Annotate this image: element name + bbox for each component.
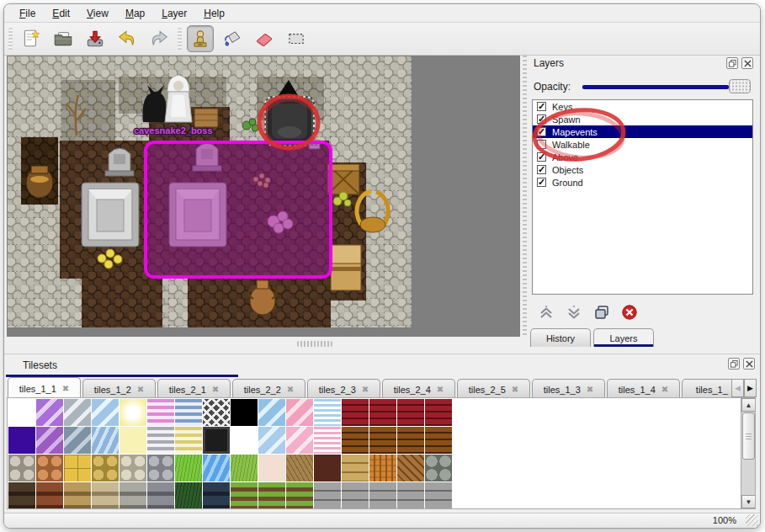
palette-tile-r0-c4[interactable] bbox=[120, 399, 146, 426]
palette-tile-r1-c5[interactable] bbox=[147, 427, 174, 454]
layer-row-walkable[interactable]: Walkable bbox=[533, 138, 752, 151]
menu-map[interactable]: Map bbox=[117, 6, 153, 21]
eraser-tool-button[interactable] bbox=[251, 25, 278, 52]
palette-tile-r1-c11[interactable] bbox=[314, 427, 341, 454]
open-button[interactable] bbox=[50, 25, 77, 52]
dock-tab-layers[interactable]: Layers bbox=[593, 328, 654, 347]
scroll-down-button[interactable]: ▼ bbox=[741, 495, 756, 508]
vertical-splitter[interactable] bbox=[523, 56, 527, 337]
palette-tile-r2-c0[interactable] bbox=[8, 455, 35, 481]
stamp-tool-button[interactable] bbox=[187, 25, 214, 52]
close-tab-icon[interactable]: ✖ bbox=[362, 385, 369, 394]
tileset-tab-tiles_1_2[interactable]: tiles_1_2✖ bbox=[82, 379, 156, 397]
palette-tile-r0-c12[interactable] bbox=[342, 399, 369, 426]
palette-tile-r1-c2[interactable] bbox=[64, 427, 91, 454]
tileset-tab-tiles_2_1[interactable]: tiles_2_1✖ bbox=[157, 379, 231, 397]
palette-tile-r3-c10[interactable] bbox=[286, 482, 313, 509]
toolbar-grip[interactable] bbox=[8, 28, 13, 50]
layer-row-mapevents[interactable]: ✓Mapevents bbox=[533, 125, 752, 138]
palette-tile-r0-c1[interactable] bbox=[36, 399, 63, 426]
palette-tile-r3-c3[interactable] bbox=[92, 482, 119, 509]
horizontal-splitter[interactable] bbox=[297, 341, 332, 347]
palette-tile-r3-c12[interactable] bbox=[342, 482, 369, 509]
palette-tile-r0-c13[interactable] bbox=[369, 399, 396, 426]
palette-tile-r2-c8[interactable] bbox=[231, 455, 258, 481]
close-tab-icon[interactable]: ✖ bbox=[661, 385, 668, 394]
close-tab-icon[interactable]: ✖ bbox=[512, 385, 518, 394]
close-tilesets-button[interactable] bbox=[743, 358, 755, 370]
toolbar-grip-2[interactable] bbox=[178, 28, 182, 50]
palette-tile-r3-c6[interactable] bbox=[175, 482, 202, 509]
palette-tile-r0-c8[interactable] bbox=[231, 399, 258, 426]
close-panel-button[interactable] bbox=[741, 57, 753, 69]
palette-tile-r3-c7[interactable] bbox=[203, 482, 230, 509]
palette-tile-r1-c6[interactable] bbox=[175, 427, 202, 454]
menu-layer[interactable]: Layer bbox=[153, 6, 195, 21]
close-tab-icon[interactable]: ✖ bbox=[62, 384, 69, 393]
layer-row-keys[interactable]: ✓Keys bbox=[533, 100, 752, 113]
layer-row-spawn[interactable]: ✓Spawn bbox=[533, 113, 752, 125]
palette-tile-r1-c10[interactable] bbox=[286, 427, 313, 454]
menu-help[interactable]: Help bbox=[195, 6, 233, 21]
palette-tile-r0-c7[interactable] bbox=[203, 399, 230, 426]
palette-tile-r0-c6[interactable] bbox=[175, 399, 202, 426]
palette-tile-r1-c0[interactable] bbox=[8, 427, 35, 454]
duplicate-layer-button[interactable] bbox=[592, 303, 611, 322]
palette-tile-r3-c9[interactable] bbox=[258, 482, 285, 509]
palette-scrollbar[interactable]: ▲ ▼ bbox=[741, 398, 755, 508]
undo-button[interactable] bbox=[114, 25, 141, 52]
palette-tile-r0-c10[interactable] bbox=[286, 399, 313, 426]
delete-layer-button[interactable] bbox=[620, 303, 639, 322]
layer-checkbox[interactable] bbox=[537, 140, 546, 149]
scroll-tabs-right-button[interactable]: ▶ bbox=[744, 379, 757, 397]
tileset-tab-tiles_2_2[interactable]: tiles_2_2✖ bbox=[232, 379, 305, 397]
palette-tile-r2-c14[interactable] bbox=[397, 455, 424, 481]
palette-tile-r3-c1[interactable] bbox=[36, 482, 63, 509]
layer-row-above[interactable]: ✓Above bbox=[533, 151, 752, 163]
opacity-slider[interactable] bbox=[582, 85, 729, 89]
move-layer-up-button[interactable] bbox=[537, 303, 555, 322]
palette-tile-r2-c1[interactable] bbox=[36, 455, 63, 481]
palette-tile-r3-c2[interactable] bbox=[64, 482, 91, 509]
tileset-tab-tiles_1_4[interactable]: tiles_1_4✖ bbox=[607, 379, 680, 397]
palette-tile-r2-c3[interactable] bbox=[92, 455, 119, 481]
palette-tile-r3-c13[interactable] bbox=[369, 482, 396, 509]
palette-tile-r0-c3[interactable] bbox=[92, 399, 119, 426]
menu-view[interactable]: View bbox=[78, 6, 117, 21]
new-file-button[interactable] bbox=[18, 25, 45, 52]
layer-checkbox[interactable]: ✓ bbox=[537, 178, 546, 187]
save-button[interactable] bbox=[82, 25, 109, 52]
close-tab-icon[interactable]: ✖ bbox=[437, 385, 444, 394]
palette-tile-r2-c12[interactable] bbox=[342, 455, 369, 481]
palette-tile-r2-c2[interactable] bbox=[64, 455, 91, 481]
palette-tile-r0-c0[interactable] bbox=[8, 399, 35, 426]
palette-tile-r2-c10[interactable] bbox=[286, 455, 313, 481]
dock-tab-history[interactable]: History bbox=[530, 328, 591, 347]
palette-tile-r0-c15[interactable] bbox=[425, 399, 452, 426]
palette-tile-r1-c3[interactable] bbox=[92, 427, 119, 454]
layer-row-ground[interactable]: ✓Ground bbox=[533, 176, 752, 189]
layer-checkbox[interactable]: ✓ bbox=[537, 165, 546, 174]
palette-tile-r0-c11[interactable] bbox=[314, 399, 341, 426]
close-tab-icon[interactable]: ✖ bbox=[287, 385, 294, 394]
palette-tile-r2-c7[interactable] bbox=[203, 455, 230, 481]
palette-tile-r1-c8[interactable] bbox=[231, 427, 258, 454]
palette-tile-r1-c12[interactable] bbox=[342, 427, 369, 454]
scrollbar-thumb[interactable] bbox=[742, 412, 755, 460]
palette-tile-r3-c5[interactable] bbox=[147, 482, 174, 509]
close-tab-icon[interactable]: ✖ bbox=[212, 385, 219, 394]
menu-edit[interactable]: Edit bbox=[44, 6, 78, 21]
layer-checkbox[interactable]: ✓ bbox=[537, 152, 546, 162]
palette-tile-r3-c14[interactable] bbox=[397, 482, 424, 509]
palette-tile-r1-c1[interactable] bbox=[36, 427, 63, 454]
palette-tile-r3-c4[interactable] bbox=[120, 482, 146, 509]
fill-tool-button[interactable] bbox=[219, 25, 246, 52]
select-tool-button[interactable] bbox=[283, 25, 310, 52]
scroll-tabs-left-button[interactable]: ◀ bbox=[731, 379, 744, 397]
palette-tile-r2-c13[interactable] bbox=[369, 455, 396, 481]
float-tilesets-button[interactable] bbox=[728, 358, 740, 370]
tileset-tab-tiles_1_1[interactable]: tiles_1_1✖ bbox=[8, 377, 81, 397]
menu-file[interactable]: File bbox=[11, 6, 44, 21]
palette-tile-r1-c15[interactable] bbox=[425, 427, 452, 454]
palette-tile-r2-c5[interactable] bbox=[147, 455, 174, 481]
